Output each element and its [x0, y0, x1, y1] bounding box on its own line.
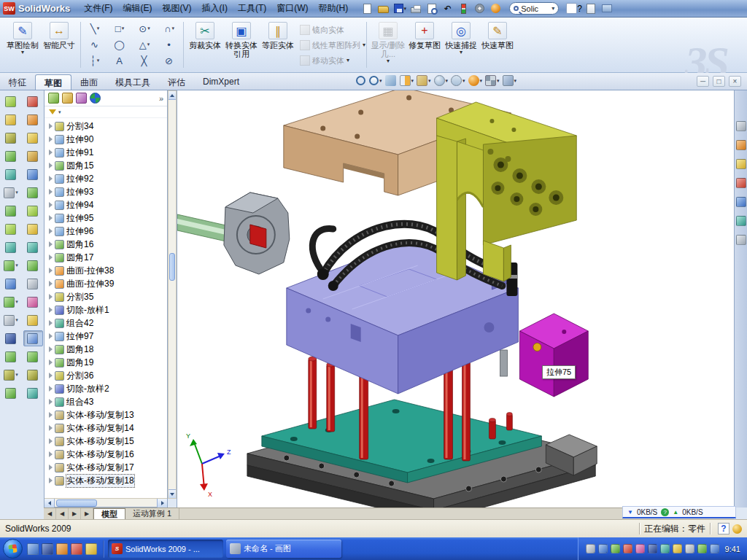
expand-arrow-icon[interactable]: [49, 268, 53, 273]
volume-icon[interactable]: [685, 544, 694, 553]
model-tab[interactable]: 运动算例 1: [125, 508, 179, 519]
undo-icon[interactable]: ↶: [441, 1, 455, 16]
left-toolbar-icon[interactable]: [23, 166, 43, 182]
print-preview-icon[interactable]: [425, 1, 439, 16]
left-toolbar-icon[interactable]: [23, 184, 43, 201]
left-toolbar-icon[interactable]: [23, 148, 43, 164]
network-speed-widget[interactable]: ▼ 0KB/S ? ▲ 0KB/S: [622, 506, 736, 518]
section-view-icon[interactable]: ▾: [400, 75, 414, 86]
ribbon-button[interactable]: 线性草图阵列▾: [298, 38, 365, 52]
show-desktop-icon[interactable]: [27, 543, 39, 555]
graphics-viewport[interactable]: Y Z X 拉伸75: [177, 90, 734, 508]
expand-arrow-icon[interactable]: [49, 176, 53, 182]
slider-block-part[interactable]: [519, 314, 588, 397]
titlebar-extra-icon[interactable]: [600, 1, 614, 16]
left-toolbar-icon[interactable]: [1, 148, 21, 164]
sketch-entity-button[interactable]: △▾: [132, 36, 157, 52]
feature-tree-item[interactable]: 实体-移动/复制16: [44, 448, 166, 461]
feature-tree-item[interactable]: 拉伸90: [44, 133, 166, 146]
feature-tree-item[interactable]: 实体-移动/复制14: [44, 421, 166, 435]
task-solidworks[interactable]: S SolidWorks 2009 - ...: [108, 540, 223, 558]
expand-arrow-icon[interactable]: [49, 136, 53, 142]
sketch-entity-button[interactable]: ╳: [132, 52, 157, 69]
menu-item[interactable]: 窗口(W): [271, 0, 313, 17]
feature-tree-item[interactable]: 分割34: [44, 120, 166, 133]
sketch-entity-button[interactable]: □▾: [107, 20, 132, 36]
left-toolbar-icon[interactable]: [1, 385, 21, 401]
left-toolbar-icon[interactable]: [23, 130, 43, 146]
commandmanager-tab[interactable]: 草图: [35, 74, 71, 90]
left-toolbar-icon[interactable]: [1, 349, 21, 365]
feature-tree-item[interactable]: 拉伸95: [44, 211, 166, 225]
tray-icon[interactable]: [598, 544, 608, 553]
expand-arrow-icon[interactable]: [49, 123, 53, 129]
print-icon[interactable]: [409, 1, 423, 16]
zoom-area-icon[interactable]: ▾: [369, 76, 382, 85]
commandmanager-tab[interactable]: 评估: [159, 74, 194, 90]
edit-appearance-icon[interactable]: ▾: [468, 75, 483, 86]
ribbon-button[interactable]: 镜向实体: [298, 23, 365, 37]
left-toolbar-icon[interactable]: [23, 330, 43, 346]
prev-tab-button[interactable]: ◀: [56, 508, 69, 519]
forum-icon[interactable]: [736, 216, 746, 226]
scroll-up-button[interactable]: [169, 91, 176, 100]
tray-icon[interactable]: [697, 544, 707, 553]
menu-item[interactable]: 视图(V): [158, 0, 197, 17]
sketch-entity-button[interactable]: ╲▾: [82, 20, 107, 36]
expand-arrow-icon[interactable]: [49, 215, 53, 221]
start-button[interactable]: [3, 539, 23, 559]
feature-tree-item[interactable]: 实体-移动/复制15: [44, 435, 166, 448]
sketch-entity-button[interactable]: A: [107, 52, 132, 69]
titlebar-extra-icon[interactable]: [584, 1, 598, 16]
sketch-entity-button[interactable]: ⊙▾: [132, 20, 157, 36]
commandmanager-tab[interactable]: 模具工具: [107, 74, 159, 90]
left-toolbar-icon[interactable]: [23, 385, 43, 401]
featuremanager-tab-icon[interactable]: [48, 93, 59, 104]
ribbon-button[interactable]: ✎快速草图: [479, 20, 516, 69]
search-box[interactable]: ▾: [509, 2, 559, 15]
folder-icon[interactable]: [85, 543, 97, 555]
expand-arrow-icon[interactable]: [49, 320, 53, 326]
sketch-entity-button[interactable]: ┆▾: [82, 52, 107, 69]
feature-tree-item[interactable]: 曲面-拉伸38: [44, 264, 166, 277]
solidworks-icon[interactable]: [71, 543, 82, 555]
home-icon[interactable]: [736, 121, 746, 131]
menu-item[interactable]: 工具(T): [233, 0, 271, 17]
feature-tree-item[interactable]: 拉伸96: [44, 225, 166, 238]
tray-icon[interactable]: [635, 544, 645, 553]
left-toolbar-icon[interactable]: [1, 112, 21, 128]
feature-tree-item[interactable]: 圆角19: [44, 356, 166, 369]
sketch-entity-button[interactable]: ◯: [107, 36, 132, 52]
left-toolbar-icon[interactable]: [23, 349, 43, 365]
ribbon-button[interactable]: ◎快速捕捉▾: [443, 20, 479, 69]
security-shield-icon[interactable]: [611, 544, 620, 553]
dimxpertmanager-tab-icon[interactable]: [90, 93, 101, 104]
expand-arrow-icon[interactable]: [49, 202, 53, 208]
apply-scene-icon[interactable]: ▾: [485, 75, 500, 86]
expand-arrow-icon[interactable]: [49, 189, 53, 195]
tree-horizontal-scrollbar[interactable]: [44, 498, 167, 507]
left-toolbar-icon[interactable]: ▾: [1, 367, 21, 383]
scroll-left-button[interactable]: [44, 499, 55, 508]
display-style-icon[interactable]: ▾: [434, 75, 449, 86]
left-toolbar-icon[interactable]: [23, 367, 43, 383]
zoom-fit-icon[interactable]: [356, 76, 366, 85]
feature-tree-item[interactable]: 拉伸91: [44, 146, 166, 159]
rebuild-icon[interactable]: [457, 1, 471, 16]
feature-tree-item[interactable]: 圆角15: [44, 159, 166, 172]
propertymanager-tab-icon[interactable]: [62, 93, 73, 104]
toolbox-icon[interactable]: [736, 178, 746, 188]
filter-icon[interactable]: [49, 109, 56, 114]
appearances-icon[interactable]: [736, 197, 746, 207]
expand-arrow-icon[interactable]: [49, 294, 53, 300]
model-tab[interactable]: 模型: [93, 508, 125, 519]
save-icon[interactable]: ▾: [392, 1, 407, 16]
feature-tree-item[interactable]: 组合43: [44, 395, 166, 408]
feature-tree-item[interactable]: 拉伸94: [44, 198, 166, 211]
feature-tree-item[interactable]: 圆角17: [44, 251, 166, 264]
configurationmanager-tab-icon[interactable]: [76, 93, 87, 104]
commandmanager-tab[interactable]: 曲面: [71, 74, 107, 90]
internet-explorer-icon[interactable]: [42, 543, 53, 555]
commandmanager-tab[interactable]: DimXpert: [194, 74, 248, 90]
scrollbar-thumb[interactable]: [56, 499, 97, 507]
